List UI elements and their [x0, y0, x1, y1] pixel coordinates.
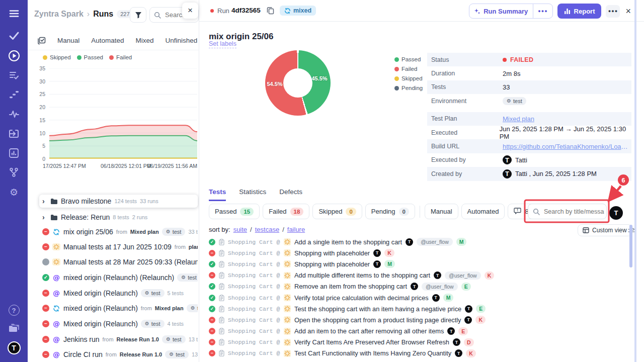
set-labels-link[interactable]: Set labels: [209, 40, 236, 48]
sort-link-suite[interactable]: suite: [233, 226, 247, 233]
legend-item-skipped[interactable]: Skipped: [43, 54, 71, 60]
test-row[interactable]: −Shopping Cart @first…Open the shopping …: [209, 314, 628, 325]
report-button[interactable]: Report: [557, 4, 602, 19]
test-row[interactable]: ✓Shopping Cart @first…Test the shopping …: [209, 303, 628, 314]
sort-link-failure[interactable]: failure: [287, 226, 305, 233]
donut-legend-pending[interactable]: Pending: [394, 85, 423, 91]
legend-item-failed[interactable]: Failed: [109, 54, 132, 60]
breadcrumb-project[interactable]: Zyntra Spark: [34, 10, 84, 19]
imports-icon[interactable]: [0, 128, 28, 139]
chevron-right-icon[interactable]: ›: [42, 197, 47, 205]
more-actions-button[interactable]: ●●●: [606, 5, 620, 18]
runs-tab-mixed[interactable]: Mixed: [136, 37, 154, 44]
tests-search: [528, 204, 607, 219]
run-list-item[interactable]: −mixed origin (Relaunch)fromMixed plan⚙t…: [39, 302, 198, 315]
tab-tests[interactable]: Tests: [209, 188, 226, 201]
close-run-button[interactable]: ×: [624, 6, 632, 17]
run-from-plan[interactable]: Release Run 1.0: [120, 351, 162, 357]
pulse-icon[interactable]: [0, 109, 28, 119]
test-author-avatar: T: [406, 238, 413, 246]
custom-view-button[interactable]: Custom view: [578, 224, 632, 236]
analytics-icon[interactable]: [0, 148, 28, 158]
run-list-item[interactable]: Manual tests at 28 Mar 2025 09:33 (Relau…: [39, 255, 198, 268]
donut-legend-failed[interactable]: Failed: [394, 66, 423, 72]
run-list-item[interactable]: −mix origin 25/06fromMixed plan⚙test33 t…: [39, 225, 198, 238]
filter-chip-passed[interactable]: Passed15: [209, 204, 260, 219]
run-from-plan[interactable]: Mixed plan: [130, 229, 159, 235]
test-title: Shopping with placeholder: [294, 249, 370, 257]
chip-label: Skipped: [318, 208, 342, 215]
run-from-plan[interactable]: Release Run 1.0: [117, 336, 159, 342]
filter-chip-pending[interactable]: Pending0: [365, 204, 415, 219]
test-row[interactable]: −Shopping Cart @first…Verify Cart Items …: [209, 337, 628, 348]
run-list-item[interactable]: −Manual tests at 17 Jun 2025 10:09frompl…: [39, 240, 198, 253]
run-from-label: from: [106, 351, 117, 357]
test-row[interactable]: −Shopping Cart @first…Add multiple diffe…: [209, 270, 628, 281]
legend-item-passed[interactable]: Passed: [77, 54, 103, 60]
runs-icon[interactable]: [0, 50, 28, 62]
filter-chip-manual[interactable]: Manual: [425, 204, 458, 219]
run-status-failed-icon: −: [42, 351, 49, 358]
filter-funnel-button[interactable]: [130, 7, 146, 23]
run-list-item[interactable]: −@Jenkins runfromRelease Run 1.0⚙test13 …: [39, 333, 198, 346]
test-status-failed-icon: −: [209, 350, 215, 356]
donut-legend-passed[interactable]: Passed: [394, 56, 423, 62]
milestones-icon[interactable]: [0, 89, 28, 100]
projects-icon[interactable]: [0, 322, 28, 333]
settings-icon[interactable]: ⚙: [0, 187, 28, 198]
run-list-item[interactable]: ✓@mixed origin (Relaunch) (Relaunch)⚙tes…: [39, 271, 198, 284]
filter-chip-automated[interactable]: Automated: [461, 204, 505, 219]
search-icon: [533, 208, 540, 217]
test-row[interactable]: ✓Shopping Cart @first…Remove an item fro…: [209, 281, 628, 292]
account-avatar[interactable]: T: [0, 341, 28, 354]
integrations-icon[interactable]: [0, 167, 28, 178]
filter-chip-skipped[interactable]: Skipped0: [312, 204, 362, 219]
test-row[interactable]: −Shopping Cart @first…Test Cart Function…: [209, 348, 628, 359]
test-row[interactable]: ✓Shopping Cart @first…Verify total price…: [209, 292, 628, 303]
test-author-avatar: T: [434, 272, 441, 279]
filter-chip-failed[interactable]: Failed18: [263, 204, 309, 219]
runs-tab-automated[interactable]: Automated: [91, 37, 124, 44]
menu-icon[interactable]: [0, 8, 28, 19]
tab-defects[interactable]: Defects: [279, 188, 302, 201]
run-summary-more-icon[interactable]: ●●●: [533, 4, 552, 18]
detail-link[interactable]: https://github.com/TetianaKhomenko/Load-…: [503, 143, 631, 150]
run-from-plan[interactable]: Mixed plan: [155, 305, 184, 311]
detail-text-value: 2m 8s: [503, 70, 520, 77]
run-from-plan[interactable]: plan 1: [189, 244, 198, 250]
panel-close-button[interactable]: ×: [182, 3, 198, 19]
runs-tab-unfinished[interactable]: Unfinished: [166, 37, 198, 44]
run-list-item[interactable]: ›Release: Rerun8 tests2 runs: [39, 211, 198, 224]
copy-run-id-icon[interactable]: [267, 7, 274, 17]
report-chart-icon: [564, 8, 571, 15]
run-list-view-icon[interactable]: [38, 37, 46, 45]
test-plans-icon[interactable]: [0, 70, 28, 80]
tests-scrollbar-thumb[interactable]: [629, 225, 632, 267]
test-row[interactable]: ✓Shopping Cart @first…Shopping with plac…: [209, 258, 628, 269]
run-list-item[interactable]: −@Mixed origin (Relaunch)⚙test5 tests: [39, 287, 198, 300]
run-list-item[interactable]: −@Circle CI runfromRelease Run 1.0⚙test1…: [39, 348, 198, 361]
detail-link[interactable]: Mixed plan: [503, 115, 534, 123]
run-list-item[interactable]: −@Mixed origin (Relaunch)⚙test4 tests: [39, 317, 198, 330]
tests-search-input[interactable]: [543, 204, 605, 219]
tests-icon[interactable]: [0, 30, 28, 41]
test-row[interactable]: −Shopping Cart @first…Shopping with plac…: [209, 247, 628, 258]
user-avatar[interactable]: T: [609, 206, 623, 220]
clipboard-icon: [219, 250, 224, 256]
tab-statistics[interactable]: Statistics: [239, 188, 266, 201]
breadcrumb-page[interactable]: Runs: [93, 10, 113, 19]
help-icon[interactable]: ?: [0, 305, 28, 316]
run-summary-button[interactable]: Run Summary ●●●: [469, 4, 552, 19]
sort-separator: /: [282, 226, 284, 233]
manual-spark-icon: [284, 328, 291, 335]
sort-link-testcase[interactable]: testcase: [255, 226, 279, 233]
environment-badge: ⚙test: [177, 274, 198, 282]
run-list-item[interactable]: ›Bravo milestone124 tests33 runs: [39, 195, 198, 208]
test-suite-name: Shopping Cart @first…: [228, 250, 280, 256]
chevron-right-icon[interactable]: ›: [42, 213, 47, 221]
runs-tab-manual[interactable]: Manual: [57, 37, 79, 44]
donut-legend-skipped[interactable]: Skipped: [394, 75, 423, 81]
test-row[interactable]: −Shopping Cart @first…Add an item to the…: [209, 326, 628, 337]
run-from-label: from: [103, 336, 114, 342]
test-row[interactable]: ✓Shopping Cart @first…Add a single item …: [209, 236, 628, 247]
